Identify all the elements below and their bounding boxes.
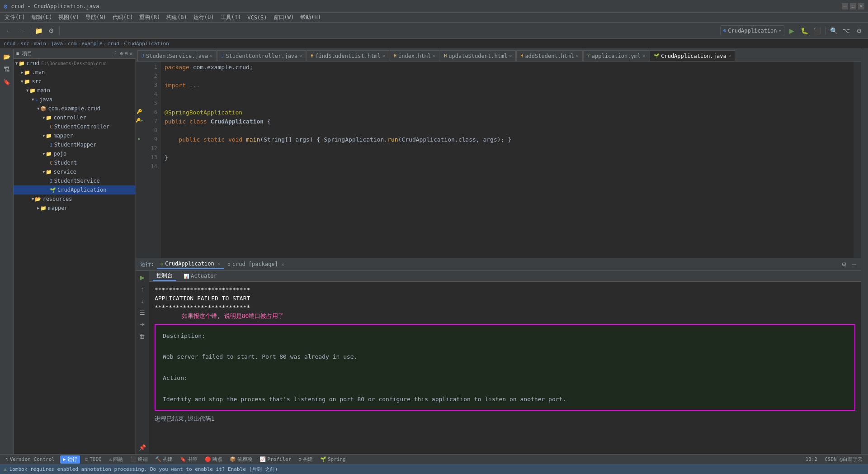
stop-button[interactable]: ⬛ [811,25,822,36]
tree-item-crud-root[interactable]: ▼ 📁 crud E:\Documets\Desktop\crud [14,59,135,68]
console-clear-button[interactable]: 🗑 [137,332,147,341]
status-profiler[interactable]: 📈 Profiler [258,455,293,464]
tree-item-src[interactable]: ▼ 📁 src [14,77,135,86]
tree-item-com-example-crud[interactable]: ▼ 📦 com.example.crud [14,104,135,113]
sidebar-bookmark-icon[interactable]: 🔖 [1,76,13,88]
tab-close-icon6[interactable]: ✕ [576,53,579,58]
tab-close-icon2[interactable]: ✕ [299,53,302,58]
tab-update-student[interactable]: H updateStudent.html ✕ [440,50,516,61]
console-pin-button[interactable]: 📌 [137,442,147,452]
console-up-button[interactable]: ↑ [137,284,147,294]
status-breakpoints[interactable]: 🔴 断点 [203,455,224,464]
breadcrumb-crud[interactable]: crud [4,41,16,47]
tab-close-icon8[interactable]: ✕ [728,53,731,58]
breadcrumb-com[interactable]: com [68,41,77,47]
menu-item-code[interactable]: 代码(C) [110,13,136,22]
run-tab-crud-application[interactable]: ⚙ CrudApplication ✕ [157,259,224,269]
menu-item-build[interactable]: 构建(B) [164,13,190,22]
toolbar-search-button[interactable]: 🔍 [828,25,839,36]
menu-item-view[interactable]: 视图(V) [56,13,82,22]
run-panel-minimize-button[interactable]: ─ [849,259,859,269]
status-build[interactable]: 🔨 构建 [153,455,175,464]
status-dependencies[interactable]: 📦 依赖项 [228,455,254,464]
breadcrumb-main[interactable]: main [34,41,47,47]
toolbar-settings-button[interactable]: ⚙ [46,25,57,36]
tab-close-icon[interactable]: ✕ [210,53,212,58]
maximize-button[interactable]: □ [850,3,856,9]
close-button[interactable]: ✕ [858,3,864,9]
tab-close-icon3[interactable]: ✕ [382,53,385,58]
status-position[interactable]: 13:2 [804,455,820,464]
toolbar-project-button[interactable]: 📁 [33,25,44,36]
console-down-button[interactable]: ↓ [137,296,147,306]
menu-item-navigate[interactable]: 导航(N) [83,13,109,22]
status-version-control[interactable]: ⌥ Version Control [4,455,57,464]
tab-student-controller[interactable]: J StudentController.java ✕ [217,50,306,61]
menu-item-file[interactable]: 文件(F) [2,13,28,22]
tree-item-student-service[interactable]: I StudentService [14,176,135,185]
menu-item-run[interactable]: 运行(U) [191,13,217,22]
gutter-9[interactable]: ▶ [136,134,143,143]
toolbar-settings2-button[interactable]: ⚙ [854,25,864,36]
sidebar-structure-icon[interactable]: 🏗 [1,63,13,75]
toolbar-forward-button[interactable]: → [16,25,27,36]
run-button[interactable]: ▶ [786,25,797,36]
tree-item-pojo[interactable]: ▼ 📁 pojo [14,149,135,158]
menu-item-edit[interactable]: 编辑(E) [29,13,55,22]
run-tab-close[interactable]: ✕ [218,261,221,266]
menu-item-help[interactable]: 帮助(H) [297,13,324,22]
tab-close-icon4[interactable]: ✕ [433,53,435,58]
tree-item-student[interactable]: C Student [14,158,135,167]
status-bookmarks[interactable]: 🔖 书签 [178,455,199,464]
tab-crud-application[interactable]: 🌱 CrudApplication.java ✕ [650,50,735,61]
subtab-console[interactable]: 控制台 [153,271,176,281]
status-csdn[interactable]: CSDN @白鹿于云 [823,455,864,464]
right-sidebar-label[interactable]: 通知 [861,49,868,52]
toolbar-git-button[interactable]: ⌥ [841,25,852,36]
console-output[interactable]: *************************** APPLICATION … [149,282,861,455]
run-tab-crud-package[interactable]: ⚙ crud [package] ✕ [224,259,288,269]
run-panel-settings-button[interactable]: ⚙ [839,259,849,269]
project-panel-close-icon[interactable]: ✕ [129,51,132,57]
breadcrumb-crud2[interactable]: crud [107,41,119,47]
breadcrumb-example[interactable]: example [81,41,102,47]
status-todo[interactable]: ☑ TODO [84,455,104,464]
console-run-button[interactable]: ▶ [137,273,147,283]
tree-item-student-controller[interactable]: C StudentController [14,122,135,131]
menu-item-tools[interactable]: 工具(T) [218,13,244,22]
menu-item-vcs[interactable]: VCS(S) [245,14,269,22]
sidebar-project-icon[interactable]: 📂 [1,51,13,62]
code-content[interactable]: package com.example.crud; import ... @Sp… [161,62,854,258]
console-wrap-button[interactable]: ⇥ [137,320,147,330]
tab-close-icon7[interactable]: ✕ [642,53,645,58]
tab-find-student-list[interactable]: H findStudentList.html ✕ [307,50,389,61]
subtab-actuator[interactable]: 📊 Actuator [180,271,221,281]
tab-student-service[interactable]: J StudentService.java ✕ [137,50,217,61]
project-panel-menu-icon[interactable]: ⋮ [113,51,118,57]
tree-item-crud-application[interactable]: 🌱 CrudApplication [14,185,135,194]
tree-item-mapper[interactable]: ▼ 📁 mapper [14,131,135,140]
console-list-button[interactable]: ☰ [137,308,147,318]
status-build2[interactable]: ⚙ 构建 [297,455,315,464]
tab-index-html[interactable]: H index.html ✕ [390,50,439,61]
toolbar-back-button[interactable]: ← [4,25,14,36]
run-tab-pkg-close[interactable]: ✕ [282,262,284,267]
breadcrumb-src[interactable]: src [20,41,29,47]
menu-item-window[interactable]: 窗口(W) [271,13,297,22]
tab-close-icon5[interactable]: ✕ [509,53,512,58]
tree-item-service[interactable]: ▼ 📁 service [14,167,135,176]
tree-item-mvn[interactable]: ▶ 📁 .mvn [14,68,135,77]
run-config-selector[interactable]: ⚙ CrudApplication ▼ [720,25,784,36]
status-terminal[interactable]: ⬛ 终端 [128,455,150,464]
project-panel-layout-icon[interactable]: ⊟ [125,51,128,57]
tab-add-student[interactable]: H addStudent.html ✕ [516,50,582,61]
status-run[interactable]: ▶ 运行 [60,455,80,464]
tree-item-java[interactable]: ▼ ☕ java [14,95,135,104]
menu-item-refactor[interactable]: 重构(R) [137,13,163,22]
project-panel-gear-icon[interactable]: ⚙ [120,51,123,57]
tab-application-yml[interactable]: Y application.yml ✕ [583,50,649,61]
breadcrumb-java[interactable]: java [51,41,63,47]
tree-item-controller[interactable]: ▼ 📁 controller [14,113,135,122]
tree-item-student-mapper[interactable]: I StudentMapper [14,140,135,149]
minimize-button[interactable]: ─ [842,3,848,9]
